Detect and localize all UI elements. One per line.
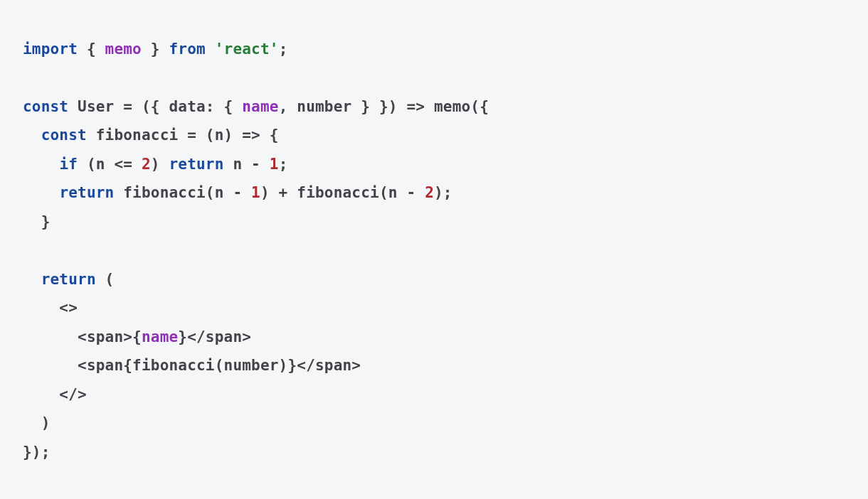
- code-text: fibonacci(n -: [114, 184, 251, 201]
- code-text: ;: [279, 156, 288, 173]
- code-line: const fibonacci = (n) => {: [23, 127, 279, 144]
- keyword-const: const: [41, 127, 87, 144]
- string-literal: 'react': [215, 41, 279, 58]
- code-text: [206, 41, 215, 58]
- code-line: return (: [23, 271, 114, 288]
- code-line: import { memo } from 'react';: [23, 41, 287, 58]
- code-text: , number } }) => memo({: [279, 98, 489, 115]
- code-text: ) + fibonacci(n -: [260, 184, 425, 201]
- keyword-return: return: [59, 184, 114, 201]
- code-text: [23, 271, 41, 288]
- code-text: }: [142, 41, 169, 58]
- code-block: import { memo } from 'react'; const User…: [0, 0, 868, 499]
- identifier-memo: memo: [105, 41, 142, 58]
- code-line: <span>{name}</span>: [23, 328, 251, 345]
- identifier-name: name: [142, 328, 178, 345]
- code-line: }: [23, 213, 51, 230]
- keyword-const: const: [23, 98, 68, 115]
- code-text: (: [96, 271, 115, 288]
- code-text: [23, 156, 59, 173]
- code-line: return fibonacci(n - 1) + fibonacci(n - …: [23, 184, 452, 201]
- number-literal: 1: [270, 156, 279, 173]
- keyword-import: import: [23, 41, 78, 58]
- code-line: <>: [23, 299, 78, 316]
- code-text: [23, 127, 41, 144]
- code-text: {: [78, 41, 105, 58]
- code-line: </>: [23, 386, 87, 403]
- code-line: });: [23, 444, 51, 461]
- code-line: ): [23, 414, 51, 431]
- number-literal: 2: [425, 184, 434, 201]
- code-text: (n <=: [78, 156, 142, 173]
- number-literal: 1: [251, 184, 260, 201]
- code-text: );: [434, 184, 452, 201]
- identifier-name: name: [242, 98, 278, 115]
- number-literal: 2: [142, 156, 151, 173]
- keyword-if: if: [59, 156, 78, 173]
- code-text: n -: [224, 156, 270, 173]
- code-text: ;: [279, 41, 288, 58]
- code-text: ): [151, 156, 169, 173]
- code-line: if (n <= 2) return n - 1;: [23, 156, 287, 173]
- keyword-return: return: [169, 156, 224, 173]
- code-line: <span{fibonacci(number)}</span>: [23, 357, 361, 374]
- code-text: }</span>: [178, 328, 251, 345]
- code-text: fibonacci = (n) => {: [87, 127, 279, 144]
- code-text: [23, 184, 59, 201]
- keyword-from: from: [169, 41, 206, 58]
- keyword-return: return: [41, 271, 96, 288]
- code-text: <span>{: [23, 328, 142, 345]
- code-text: User = ({ data: {: [68, 98, 242, 115]
- code-line: const User = ({ data: { name, number } }…: [23, 98, 489, 115]
